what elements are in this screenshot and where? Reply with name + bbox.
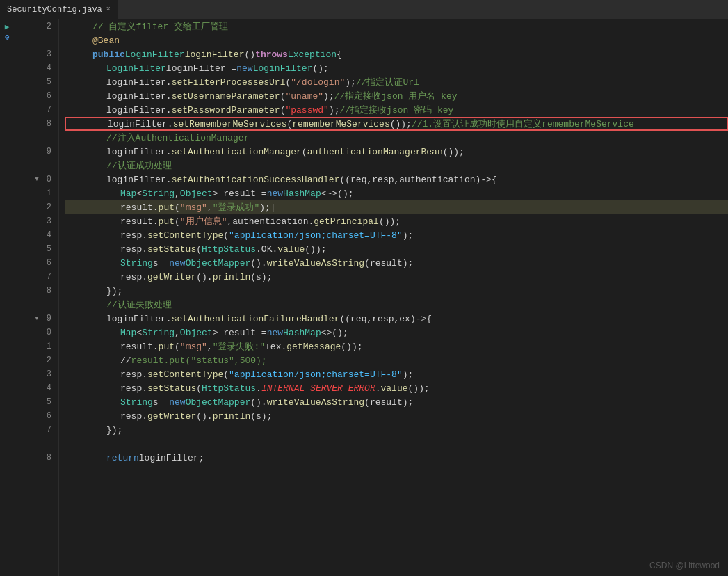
gutter-row: 2	[14, 19, 58, 33]
token-plain: ((req,resp,ex)->{	[339, 314, 432, 324]
fold-icon[interactable]: ▼	[32, 175, 42, 184]
code-line: //认证失败处理	[65, 298, 728, 312]
token-plain: (	[196, 244, 202, 255]
token-plain: <~>();	[321, 189, 354, 199]
token-method: println	[213, 411, 251, 422]
token-plain: (	[223, 369, 229, 380]
code-line: });	[65, 284, 728, 298]
fold-icon[interactable]	[32, 133, 42, 143]
code-line: loginFilter.setFilterProcessesUrl("/doLo…	[65, 75, 728, 89]
token-string-green: "登录失败:"	[213, 340, 265, 353]
gutter-row: 1	[14, 339, 58, 353]
watermark: CSDN @Littewood	[649, 561, 720, 570]
code-line: resp.setStatus(HttpStatus.OK.value());	[65, 242, 728, 256]
gutter-side-icons: ▶ ⚙	[0, 19, 14, 576]
fold-icon[interactable]	[32, 77, 42, 87]
token-type: Map	[120, 189, 136, 199]
fold-icon[interactable]	[32, 300, 42, 310]
tab-close-button[interactable]: ×	[106, 6, 111, 13]
token-string-blue: "application/json;charset=UTF-8"	[229, 369, 403, 380]
fold-icon[interactable]	[32, 244, 42, 254]
code-line: loginFilter.setUsernameParameter("uname"…	[65, 89, 728, 103]
code-line: //注入AuthenticationManager	[65, 131, 728, 145]
token-plain: );	[329, 105, 340, 115]
token-method: getPrincipal	[314, 216, 379, 227]
fold-icon[interactable]	[32, 355, 42, 365]
fold-icon[interactable]: ▼	[32, 314, 42, 323]
token-plain: loginFilter.	[106, 91, 172, 102]
token-plain: resp.	[120, 272, 147, 282]
token-plain: (	[280, 105, 286, 115]
fold-icon[interactable]	[32, 272, 42, 282]
line-gutter: 23456789▼012345678▼9012345678	[14, 19, 59, 576]
code-line	[65, 437, 728, 451]
token-plain: ().	[250, 258, 266, 269]
token-plain: (s);	[250, 272, 272, 282]
fold-icon[interactable]	[32, 105, 42, 115]
file-tab[interactable]: SecurityConfig.java ×	[0, 0, 118, 19]
token-plain: s =	[153, 397, 169, 408]
token-plain: resp.	[120, 369, 147, 380]
fold-icon[interactable]	[32, 35, 42, 45]
code-line: result.put("用户信息",authentication.getPrin…	[65, 214, 728, 228]
fold-icon[interactable]	[32, 439, 42, 449]
code-line: loginFilter.setAuthenticationSuccessHand…	[65, 173, 728, 186]
token-plain: ,	[175, 328, 180, 338]
fold-icon[interactable]	[32, 258, 42, 268]
fold-icon[interactable]	[32, 328, 42, 337]
token-plain: resp.	[120, 411, 147, 422]
token-plain: (	[285, 77, 291, 88]
fold-icon[interactable]	[32, 216, 42, 226]
line-number: 3	[42, 369, 56, 379]
gutter-row: 6	[14, 409, 58, 423]
fold-icon[interactable]	[32, 383, 42, 393]
token-method: setUsernameParameter	[172, 91, 280, 102]
token-italic: INTERNAL_SERVER_ERROR	[261, 383, 375, 394]
fold-icon[interactable]	[32, 411, 42, 421]
fold-icon[interactable]	[32, 22, 42, 31]
token-kw: new	[267, 328, 283, 338]
fold-icon[interactable]	[32, 161, 42, 170]
debug-icon[interactable]: ⚙	[5, 33, 10, 42]
token-plain: ());	[341, 342, 362, 352]
code-line: LoginFilter loginFilter = new LoginFilte…	[65, 61, 728, 75]
fold-icon[interactable]	[32, 119, 42, 129]
token-plain: loginFilter =	[166, 63, 236, 74]
fold-icon[interactable]	[32, 286, 42, 296]
fold-icon[interactable]	[32, 397, 42, 407]
fold-icon[interactable]	[32, 202, 42, 212]
token-plain: loginFilter;	[139, 453, 204, 463]
fold-icon[interactable]	[32, 369, 42, 379]
code-line: Map<String,Object> result = new HashMap<…	[65, 186, 728, 200]
token-method: setContentType	[147, 230, 223, 241]
fold-icon[interactable]	[32, 63, 42, 73]
gutter-row: 3	[14, 47, 58, 61]
line-number: 1	[42, 189, 56, 198]
fold-icon[interactable]	[32, 230, 42, 240]
fold-icon[interactable]	[32, 425, 42, 435]
fold-icon[interactable]	[32, 147, 42, 157]
run-icon[interactable]: ▶	[5, 22, 10, 31]
line-number: 5	[42, 244, 56, 254]
token-type: ObjectMapper	[186, 258, 251, 269]
fold-icon[interactable]	[32, 453, 42, 463]
token-string-blue: "application/json;charset=UTF-8"	[229, 230, 403, 241]
line-number: 9	[42, 147, 56, 157]
tab-bar: SecurityConfig.java ×	[0, 0, 728, 19]
line-number: 3	[42, 216, 56, 226]
fold-icon[interactable]	[32, 49, 42, 59]
token-string: "msg"	[180, 202, 207, 213]
fold-icon[interactable]	[32, 342, 42, 351]
token-plain: (	[175, 342, 180, 352]
code-line: return loginFilter;	[65, 451, 728, 465]
token-annotation: @Bean	[92, 35, 120, 46]
line-number: 1	[42, 342, 56, 351]
token-plain: +ex.	[265, 342, 286, 352]
fold-icon[interactable]	[32, 189, 42, 198]
token-string-red: "passwd"	[285, 105, 328, 115]
fold-icon[interactable]	[32, 91, 42, 101]
token-method: setAuthenticationManager	[172, 147, 302, 157]
token-plain: ,	[207, 202, 213, 213]
token-plain: ());	[390, 119, 412, 129]
token-plain: (	[223, 230, 229, 241]
